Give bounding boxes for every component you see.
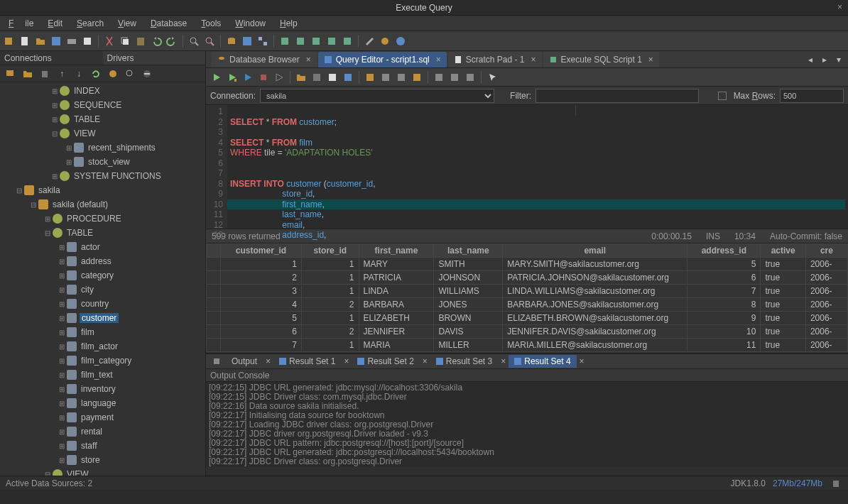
tab-scratch-pad[interactable]: Scratch Pad - 1× bbox=[448, 52, 542, 67]
help-icon[interactable] bbox=[394, 35, 407, 48]
tree-node-recent[interactable]: recent_shipments bbox=[87, 143, 157, 153]
output-console[interactable]: [09:22:15] JDBC URL generated: jdbc:mysq… bbox=[206, 382, 848, 467]
tree-node-view2[interactable]: VIEW bbox=[65, 469, 90, 476]
tab-list-icon[interactable] bbox=[210, 355, 223, 368]
tab-close-icon[interactable]: × bbox=[306, 55, 311, 65]
disconnect-icon[interactable] bbox=[141, 67, 153, 80]
cut-icon[interactable] bbox=[103, 35, 116, 48]
tree-node-staff[interactable]: staff bbox=[80, 441, 98, 451]
new-conn-icon[interactable] bbox=[4, 67, 17, 80]
maxrows-checkbox[interactable] bbox=[718, 92, 727, 100]
tree-node-sysfunc[interactable]: SYSTEM FUNCTIONS bbox=[72, 171, 163, 181]
tab-query-editor[interactable]: Query Editor - script1.sql× bbox=[318, 52, 447, 67]
copy-icon[interactable] bbox=[119, 35, 131, 48]
erd-icon[interactable] bbox=[256, 35, 269, 48]
tree-node-sakila-default[interactable]: sakila (default) bbox=[51, 199, 109, 209]
rs-close-icon[interactable]: × bbox=[344, 356, 349, 366]
connection-tree[interactable]: ⊞INDEX ⊞SEQUENCE ⊞TABLE ⊟VIEW ⊞recent_sh… bbox=[0, 82, 205, 476]
tree-node-film[interactable]: film bbox=[80, 327, 96, 337]
db-browser-icon[interactable] bbox=[225, 35, 238, 48]
results-table-wrap[interactable]: customer_id store_id first_name last_nam… bbox=[206, 243, 848, 353]
maxrows-input[interactable] bbox=[780, 89, 844, 103]
find-icon[interactable] bbox=[187, 35, 200, 48]
col-first-name[interactable]: first_name bbox=[359, 244, 434, 258]
sidebar-tab-connections[interactable]: Connections bbox=[0, 51, 103, 65]
open-sql-icon[interactable] bbox=[295, 71, 308, 84]
tree-node-stockview[interactable]: stock_view bbox=[87, 157, 131, 167]
undo-icon[interactable] bbox=[150, 35, 163, 48]
shortcut-icon-1[interactable] bbox=[433, 71, 445, 84]
tree-node-index[interactable]: INDEX bbox=[72, 86, 102, 96]
prev-icon[interactable] bbox=[379, 71, 392, 84]
editor-code[interactable]: SELECT * FROM customer; SELECT * FROM fi… bbox=[227, 105, 848, 229]
menu-help[interactable]: Help bbox=[274, 17, 303, 30]
delete-icon[interactable] bbox=[38, 67, 51, 80]
menu-view[interactable]: View bbox=[112, 17, 142, 30]
tree-node-procedure[interactable]: PROCEDURE bbox=[65, 214, 123, 224]
menu-tools[interactable]: Tools bbox=[195, 17, 227, 30]
reload-icon[interactable] bbox=[89, 67, 102, 80]
print-icon[interactable] bbox=[65, 35, 78, 48]
history-icon[interactable] bbox=[364, 71, 376, 84]
col-store-id[interactable]: store_id bbox=[301, 244, 359, 258]
tree-node-film-category[interactable]: film_category bbox=[80, 356, 133, 366]
tab-close-icon[interactable]: × bbox=[531, 55, 536, 65]
tree-node-actor[interactable]: actor bbox=[80, 242, 102, 252]
sql-icon-2[interactable] bbox=[294, 35, 307, 48]
rs-tab-2[interactable]: Result Set 2 bbox=[352, 355, 419, 368]
tree-node-payment[interactable]: payment bbox=[80, 412, 115, 422]
open-icon[interactable] bbox=[34, 35, 47, 48]
settings-icon[interactable] bbox=[379, 35, 391, 48]
commit-icon[interactable] bbox=[273, 71, 286, 84]
gc-icon[interactable] bbox=[830, 477, 842, 490]
tree-node-sequence[interactable]: SEQUENCE bbox=[72, 100, 123, 110]
tree-node-rental[interactable]: rental bbox=[80, 427, 104, 437]
tree-node-country[interactable]: country bbox=[80, 299, 110, 309]
connection-select[interactable]: sakila bbox=[260, 89, 494, 103]
col-created[interactable]: cre bbox=[805, 244, 847, 258]
tree-node-category[interactable]: category bbox=[80, 270, 115, 280]
tab-close-icon[interactable]: × bbox=[648, 55, 653, 65]
move-up-icon[interactable]: ↑ bbox=[55, 67, 68, 80]
execute-icon[interactable] bbox=[210, 71, 223, 84]
tree-node-table[interactable]: TABLE bbox=[72, 114, 102, 124]
tree-node-sakila[interactable]: sakila bbox=[37, 185, 62, 195]
tree-node-customer[interactable]: customer bbox=[80, 313, 119, 323]
tab-db-browser[interactable]: Database Browser× bbox=[212, 52, 317, 67]
col-email[interactable]: email bbox=[503, 244, 687, 258]
table-row[interactable]: 51ELIZABETHBROWNELIZABETH.BROWN@sakilacu… bbox=[207, 312, 848, 325]
cursor-icon[interactable] bbox=[486, 71, 499, 84]
shortcut-icon-2[interactable] bbox=[448, 71, 461, 84]
tree-node-store[interactable]: store bbox=[80, 455, 102, 465]
table-row[interactable]: 21PATRICIAJOHNSONPATRICIA.JOHNSON@sakila… bbox=[207, 271, 848, 285]
tree-node-film-actor[interactable]: film_actor bbox=[80, 341, 119, 351]
filter-input[interactable] bbox=[536, 89, 699, 103]
sql-icon-3[interactable] bbox=[310, 35, 322, 48]
tree-node-inventory[interactable]: inventory bbox=[80, 384, 117, 394]
col-address-id[interactable]: address_id bbox=[687, 244, 761, 258]
sql-editor[interactable]: 123 456 789 101112 13 SELECT * FROM cust… bbox=[206, 105, 848, 229]
tree-node-table2[interactable]: TABLE bbox=[65, 228, 94, 238]
tree-node-address[interactable]: address bbox=[80, 256, 113, 266]
table-row[interactable]: 71MARIAMILLERMARIA.MILLER@sakilacustomer… bbox=[207, 339, 848, 352]
properties-icon[interactable] bbox=[363, 35, 376, 48]
stop-icon[interactable] bbox=[257, 71, 270, 84]
menu-edit[interactable]: Edit bbox=[42, 17, 68, 30]
rs-tab-output[interactable]: Output bbox=[226, 355, 263, 368]
tab-close-icon[interactable]: × bbox=[436, 55, 441, 65]
rs-close-icon[interactable]: × bbox=[423, 356, 428, 366]
redo-icon[interactable] bbox=[165, 35, 178, 48]
new-file-icon[interactable] bbox=[18, 35, 31, 48]
open-conn-icon[interactable] bbox=[21, 67, 34, 80]
shortcut-icon-3[interactable] bbox=[464, 71, 477, 84]
move-down-icon[interactable]: ↓ bbox=[72, 67, 85, 80]
next-icon[interactable] bbox=[395, 71, 408, 84]
execute-selection-icon[interactable] bbox=[241, 71, 254, 84]
rs-tab-4[interactable]: Result Set 4 bbox=[509, 355, 576, 368]
tab-list-icon[interactable]: ▾ bbox=[832, 53, 845, 66]
tree-node-language[interactable]: language bbox=[80, 398, 117, 408]
new-sql-icon[interactable] bbox=[326, 71, 339, 84]
col-customer-id[interactable]: customer_id bbox=[221, 244, 302, 258]
tab-exec-script[interactable]: Execute SQL Script 1× bbox=[543, 52, 659, 67]
table-row[interactable]: 42BARBARAJONESBARBARA.JONES@sakilacustom… bbox=[207, 298, 848, 312]
